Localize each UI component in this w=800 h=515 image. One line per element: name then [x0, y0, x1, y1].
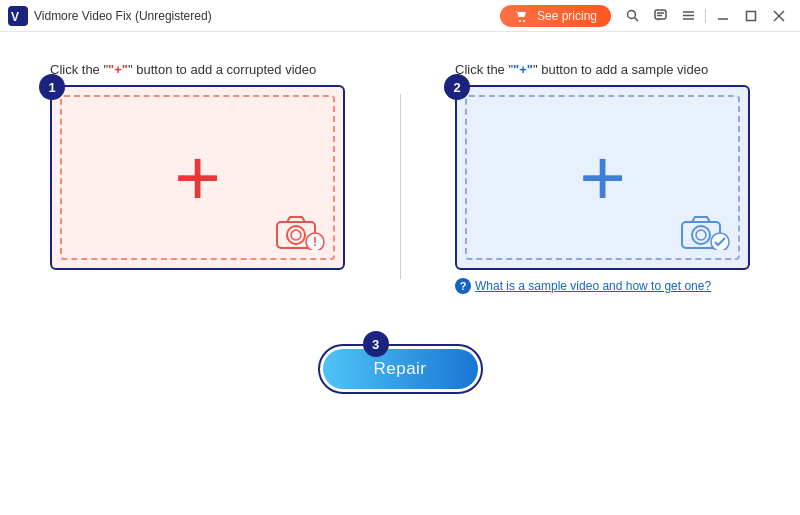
step-number-2: 2 — [444, 74, 470, 100]
app-title: Vidmore Video Fix (Unregistered) — [34, 9, 500, 23]
see-pricing-button[interactable]: See pricing — [500, 5, 611, 27]
sample-video-help-link[interactable]: What is a sample video and how to get on… — [475, 279, 711, 293]
svg-point-2 — [519, 20, 521, 22]
add-corrupted-plus-icon: + — [174, 138, 221, 218]
svg-point-18 — [291, 230, 301, 240]
step-number-3: 3 — [363, 331, 389, 357]
sample-video-instruction: Click the ""+"" button to add a sample v… — [455, 62, 708, 77]
chat-button[interactable] — [647, 5, 673, 27]
svg-point-22 — [692, 226, 710, 244]
app-logo: V — [8, 6, 28, 26]
search-button[interactable] — [619, 5, 645, 27]
svg-rect-13 — [747, 11, 756, 20]
repair-button-outer: Repair — [318, 344, 483, 394]
corrupted-camera-icon: ! — [273, 212, 325, 250]
titlebar-separator — [705, 9, 706, 23]
titlebar: V Vidmore Video Fix (Unregistered) See p… — [0, 0, 800, 32]
main-content: Click the ""+"" button to add a corrupte… — [0, 32, 800, 515]
sample-video-help[interactable]: ? What is a sample video and how to get … — [455, 278, 711, 294]
step-number-1: 1 — [39, 74, 65, 100]
svg-text:V: V — [11, 10, 19, 24]
corrupted-video-panel-wrapper: Click the ""+"" button to add a corrupte… — [50, 62, 345, 270]
corrupted-video-instruction: Click the ""+"" button to add a corrupte… — [50, 62, 316, 77]
titlebar-controls — [619, 5, 792, 27]
add-sample-plus-icon: + — [579, 138, 626, 218]
close-button[interactable] — [766, 5, 792, 27]
help-icon: ? — [455, 278, 471, 294]
svg-point-17 — [287, 226, 305, 244]
panels-divider — [400, 94, 401, 279]
menu-button[interactable] — [675, 5, 701, 27]
svg-point-3 — [523, 20, 525, 22]
maximize-button[interactable] — [738, 5, 764, 27]
sample-video-panel-wrapper: Click the ""+"" button to add a sample v… — [455, 62, 750, 294]
svg-point-4 — [627, 11, 635, 19]
panels-row: Click the ""+"" button to add a corrupte… — [50, 62, 750, 294]
svg-rect-6 — [655, 10, 666, 19]
svg-text:!: ! — [313, 235, 317, 249]
svg-point-24 — [711, 233, 729, 250]
sample-video-drop-area[interactable]: 2 + — [455, 85, 750, 270]
minimize-button[interactable] — [710, 5, 736, 27]
see-pricing-label: See pricing — [537, 9, 597, 23]
repair-area: 3 Repair — [318, 344, 483, 394]
cart-icon — [514, 10, 528, 22]
sample-camera-icon — [678, 212, 730, 250]
corrupted-video-drop-area[interactable]: 1 + ! — [50, 85, 345, 270]
svg-line-5 — [634, 18, 638, 22]
svg-point-23 — [696, 230, 706, 240]
repair-button[interactable]: Repair — [323, 349, 478, 389]
